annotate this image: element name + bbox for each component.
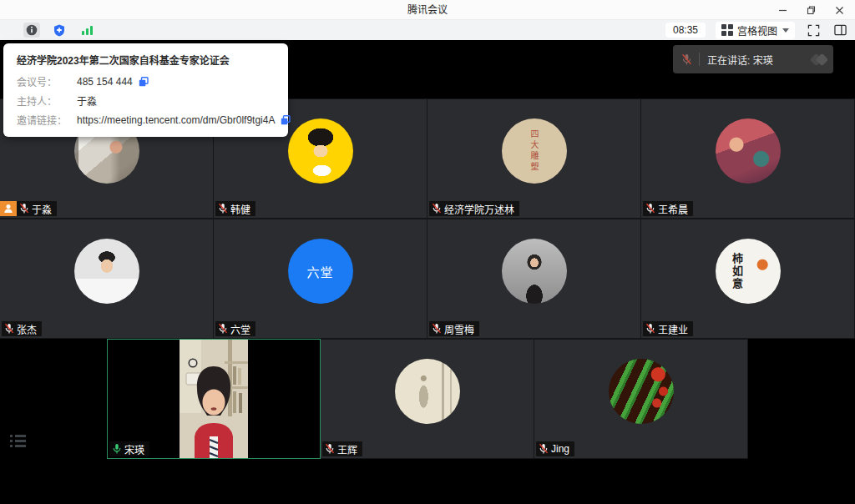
avatar-text: 六堂 [306, 263, 333, 280]
side-panel-button[interactable] [832, 23, 848, 38]
copy-meeting-id-button[interactable] [139, 77, 149, 87]
mic-muted-icon [681, 53, 692, 66]
toolbar: 08:35 宫格视图 [0, 20, 855, 40]
speaker-video [180, 340, 248, 458]
host-badge [0, 201, 17, 216]
avatar [74, 239, 139, 304]
host-row: 主持人： 于淼 [17, 93, 275, 108]
window-title: 腾讯会议 [0, 0, 855, 20]
view-mode-label: 宫格视图 [737, 23, 777, 38]
minimize-button[interactable] [772, 2, 793, 18]
chevron-down-icon [782, 28, 789, 33]
participant-label: 王希晨 [643, 201, 693, 216]
fullscreen-button[interactable] [805, 23, 822, 38]
info-icon [26, 24, 38, 36]
network-status-button[interactable] [78, 23, 95, 38]
avatar: 六堂 [288, 239, 353, 304]
meeting-info-popup: 经济学院2023年第二次国家自科基金专家论证会 会议号： 485 154 444… [3, 43, 288, 137]
close-icon [835, 6, 844, 15]
participant-name: 六堂 [230, 322, 250, 336]
participant-name: 经济学院万述林 [444, 202, 514, 216]
copy-invite-link-button[interactable] [281, 115, 291, 125]
participant-name: Jing [551, 443, 569, 455]
participant-tile[interactable]: 周雪梅 [428, 219, 641, 339]
side-panel-icon [834, 24, 847, 36]
participant-name: 韩健 [230, 202, 250, 216]
avatar [288, 118, 353, 184]
participant-label: 经济学院万述林 [429, 201, 519, 216]
window-controls [772, 0, 850, 20]
host-label: 主持人： [17, 93, 77, 108]
member-list-button[interactable] [10, 435, 26, 447]
clock: 08:35 [665, 23, 706, 38]
grid-view-icon [721, 24, 733, 36]
mic-active-icon [112, 443, 122, 455]
participant-name: 王辉 [337, 442, 357, 456]
participant-label: 王建业 [643, 321, 693, 336]
participant-tile[interactable]: 六堂 六堂 [214, 219, 428, 339]
close-button[interactable] [828, 2, 850, 18]
participant-tile[interactable]: 王希晨 [641, 98, 855, 219]
meeting-id-row: 会议号： 485 154 444 [17, 74, 275, 88]
meeting-id-label: 会议号： [17, 74, 77, 88]
titlebar: 腾讯会议 [0, 0, 855, 20]
avatar-text: 四大雕塑 [528, 129, 540, 173]
participant-label: 六堂 [215, 321, 255, 336]
avatar [395, 359, 460, 424]
participant-label: 韩健 [215, 201, 255, 216]
restore-icon [807, 6, 816, 15]
speaking-label: 正在讲话: 宋瑛 [707, 53, 812, 67]
copy-icon [281, 115, 291, 125]
mic-muted-icon [645, 203, 655, 214]
mic-muted-icon [432, 323, 442, 335]
avatar-text: 柿如意 [729, 253, 745, 290]
active-speaker-banner: 正在讲话: 宋瑛 [673, 45, 833, 73]
avatar [502, 239, 567, 304]
participant-label: 周雪梅 [429, 321, 479, 336]
mic-muted-icon [432, 203, 442, 214]
invite-link-row: 邀请链接： https://meeting.tencent.com/dm/Gbr… [17, 113, 275, 127]
mic-muted-icon [4, 323, 14, 335]
mic-muted-icon [645, 323, 655, 335]
network-signal-icon [81, 24, 94, 36]
invite-link-value: https://meeting.tencent.com/dm/Gbr0lf9tg… [77, 114, 275, 126]
participant-name: 周雪梅 [444, 322, 474, 336]
toolbar-left [23, 23, 95, 38]
participant-label: 宋瑛 [109, 441, 149, 456]
participant-label: Jing [536, 441, 574, 456]
participant-tile[interactable]: 四大雕塑 经济学院万述林 [428, 98, 641, 219]
meeting-info-button[interactable] [23, 23, 40, 38]
participant-name: 王建业 [658, 322, 688, 336]
participant-name: 于淼 [32, 202, 52, 216]
participant-name: 张杰 [17, 322, 37, 336]
avatar: 柿如意 [716, 239, 781, 304]
security-button[interactable] [51, 23, 68, 38]
minimize-icon [778, 6, 787, 15]
fullscreen-icon [807, 24, 820, 37]
mic-muted-icon [539, 443, 549, 455]
mic-muted-icon [19, 203, 29, 214]
participant-tile[interactable]: 柿如意 王建业 [641, 219, 855, 339]
meeting-logo-icon [812, 55, 827, 64]
divider [699, 53, 700, 66]
avatar [609, 359, 674, 424]
participant-name: 王希晨 [658, 202, 688, 216]
participant-tile[interactable]: 张杰 [0, 219, 214, 339]
invite-link-label: 邀请链接： [17, 113, 77, 127]
participant-tile[interactable]: 王辉 [321, 339, 534, 459]
toolbar-right: 08:35 宫格视图 [665, 22, 848, 39]
participant-name: 宋瑛 [124, 442, 144, 456]
restore-button[interactable] [800, 2, 822, 18]
avatar [716, 118, 781, 184]
participant-label: 王辉 [322, 441, 362, 456]
participant-tile[interactable]: Jing [534, 339, 748, 459]
host-person-icon [3, 204, 13, 214]
participant-grid: 于淼 韩健四大雕塑 经济学院万述林 王希晨 张杰六堂 六堂 周雪梅柿如意 王建业 [0, 98, 855, 459]
meeting-window: 腾讯会议 08:35 [0, 0, 855, 504]
host-value: 于淼 [77, 93, 97, 108]
meeting-id-value: 485 154 444 [77, 76, 133, 88]
participant-label: 张杰 [2, 321, 42, 336]
mic-muted-icon [218, 203, 228, 214]
view-mode-button[interactable]: 宫格视图 [716, 22, 795, 39]
participant-tile[interactable]: 宋瑛 [107, 339, 321, 459]
